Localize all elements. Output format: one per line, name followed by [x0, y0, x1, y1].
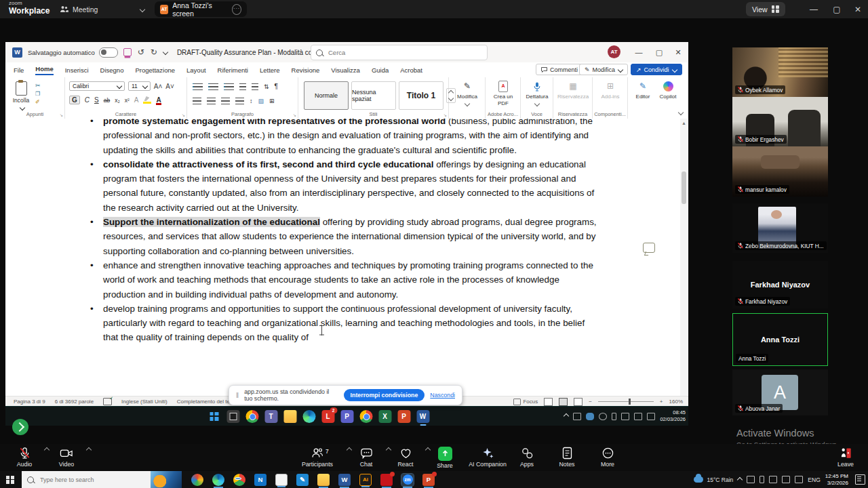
share-document-button[interactable]: ↗ Condividi — [631, 64, 682, 75]
menu-progettazione[interactable]: Progettazione — [135, 66, 175, 74]
align-center-icon[interactable] — [207, 98, 216, 104]
underline-button[interactable]: S — [94, 96, 99, 104]
style-normal[interactable]: Normale — [304, 81, 349, 110]
save-icon[interactable]: ▂ — [123, 48, 132, 56]
powerpoint-icon[interactable]: P — [397, 410, 410, 423]
share-screen-button[interactable]: Share — [429, 447, 461, 469]
start-button[interactable] — [208, 410, 220, 423]
participant-tile[interactable]: mansur kamalov — [732, 146, 828, 197]
shared-clock[interactable]: 08:45 02/03/2026 — [660, 409, 686, 423]
menu-visualizza[interactable]: Visualizza — [331, 66, 360, 74]
participant-tile[interactable]: Zebo Bekmurodovna, KIUT H... — [732, 203, 828, 253]
font-size-select[interactable]: 11 — [128, 81, 151, 91]
mic-tray-icon[interactable] — [612, 413, 616, 420]
web-layout-icon[interactable] — [574, 398, 583, 406]
language-indicator[interactable]: ENG — [808, 476, 820, 483]
bullet-list-icon[interactable] — [193, 83, 203, 90]
menu-guida[interactable]: Guida — [372, 66, 389, 74]
word-taskbar-icon[interactable]: W — [416, 410, 429, 423]
audio-button[interactable]: Audio — [8, 447, 41, 468]
copy-icon[interactable]: ❐ — [35, 91, 41, 97]
superscript-button[interactable]: x² — [125, 97, 130, 104]
comments-button[interactable]: Commenti — [536, 64, 583, 75]
tab-meeting[interactable]: Meeting — [60, 3, 98, 16]
language-indicator[interactable]: Inglese (Stati Uniti) — [121, 399, 167, 405]
video-button[interactable]: Video — [50, 447, 83, 468]
create-pdf-button[interactable]: A Crea un PDF — [488, 81, 519, 107]
editing-button[interactable]: ✎ Modifica — [452, 81, 483, 107]
cut-icon[interactable]: ✂ — [35, 82, 41, 89]
touch-keyboard-icon[interactable] — [795, 476, 803, 483]
menu-disegno[interactable]: Disegno — [100, 66, 124, 74]
chrome-icon[interactable] — [245, 410, 258, 423]
edge-icon[interactable] — [212, 474, 224, 486]
participant-tile[interactable]: Farkhad Niyazov Farkhad Niyazov — [732, 261, 828, 308]
audio-options-chevron[interactable] — [44, 447, 50, 453]
collapse-ribbon-icon[interactable] — [678, 110, 684, 115]
dialog-launcher-icon[interactable]: ↘ — [60, 113, 63, 117]
excel-icon[interactable]: X — [378, 410, 391, 423]
proofing-icon[interactable] — [103, 398, 112, 405]
edge-icon[interactable] — [302, 410, 315, 423]
dialog-launcher-icon[interactable]: ↘ — [293, 113, 296, 117]
pilcrow-icon[interactable]: ¶ — [275, 83, 278, 90]
paint-icon[interactable]: ✎ — [296, 474, 309, 486]
zoom-annotation-button[interactable] — [12, 419, 28, 435]
hide-link[interactable]: Nascondi — [430, 392, 455, 399]
word-minimize-button[interactable]: — — [628, 42, 650, 62]
security-tray-icon[interactable] — [747, 476, 755, 483]
maximize-button[interactable]: ▢ — [827, 0, 847, 18]
chrome-profile-icon[interactable] — [359, 410, 372, 423]
wifi-icon[interactable] — [621, 413, 629, 420]
multilevel-list-icon[interactable] — [224, 83, 234, 90]
zoom-level[interactable]: 160% — [669, 399, 683, 405]
subscript-button[interactable]: x₂ — [115, 97, 120, 104]
menu-file[interactable]: File — [14, 66, 24, 74]
ai-companion-button[interactable]: AI Companion — [464, 447, 511, 468]
style-heading1[interactable]: Titolo 1 — [399, 81, 443, 110]
store-icon[interactable] — [275, 474, 288, 486]
notification-center-icon[interactable] — [855, 474, 865, 485]
participant-tile[interactable]: Bobir Ergashev — [732, 97, 828, 146]
onedrive-icon[interactable] — [586, 413, 594, 420]
file-explorer-icon[interactable] — [317, 474, 330, 486]
document-canvas[interactable]: promote systematic engagement with repre… — [5, 119, 688, 396]
chrome-icon[interactable] — [233, 474, 245, 486]
zoom-icon[interactable]: zm — [401, 474, 414, 486]
strikethrough-button[interactable]: ab — [104, 97, 110, 104]
font-name-select[interactable]: Calibri — [69, 81, 125, 91]
menu-acrobat[interactable]: Acrobat — [400, 66, 422, 74]
zoom-slider-thumb[interactable] — [629, 399, 631, 405]
redo-icon[interactable]: ↻ — [151, 47, 157, 57]
align-right-icon[interactable] — [221, 98, 230, 104]
volume-icon[interactable] — [782, 476, 790, 483]
menu-lettere[interactable]: Lettere — [260, 66, 280, 74]
people-app-icon[interactable]: P — [340, 410, 353, 423]
more-options-icon[interactable]: ··· — [232, 4, 241, 15]
increase-indent-icon[interactable] — [252, 83, 258, 90]
l-app-icon[interactable]: L2 — [321, 410, 334, 423]
scrollbar-thumb[interactable] — [682, 171, 686, 204]
sort-icon[interactable]: ⇅ — [264, 83, 269, 90]
participant-tile[interactable]: Oybek Allamov — [732, 47, 828, 97]
highlight-color-button[interactable] — [143, 96, 151, 104]
editor-button[interactable]: ✎ Editor — [631, 81, 655, 100]
paste-button[interactable]: Incolla — [9, 81, 33, 110]
print-layout-icon[interactable] — [559, 398, 568, 406]
menu-home[interactable]: Home — [35, 65, 53, 75]
start-button[interactable] — [6, 476, 14, 484]
notes-button[interactable]: Notes — [551, 447, 583, 468]
menu-revisione[interactable]: Revisione — [292, 66, 320, 74]
dictate-button[interactable]: Dettatura — [521, 81, 553, 107]
clock[interactable]: 12:45 PM 3/2/2026 — [825, 473, 848, 487]
word-count[interactable]: 6 di 3692 parole — [55, 399, 94, 405]
style-no-spacing[interactable]: Nessuna spaziat — [351, 81, 396, 110]
editing-mode-button[interactable]: ✎ Modifica — [579, 64, 628, 75]
justify-icon[interactable] — [235, 98, 244, 104]
dialog-launcher-icon[interactable]: ↘ — [182, 113, 185, 117]
powerpoint-icon[interactable]: P — [422, 474, 435, 486]
copilot-button[interactable]: Copilot — [655, 81, 681, 100]
pen-icon[interactable] — [647, 413, 655, 420]
search-highlight-art[interactable] — [151, 471, 182, 488]
taskbar-search[interactable] — [22, 471, 182, 488]
